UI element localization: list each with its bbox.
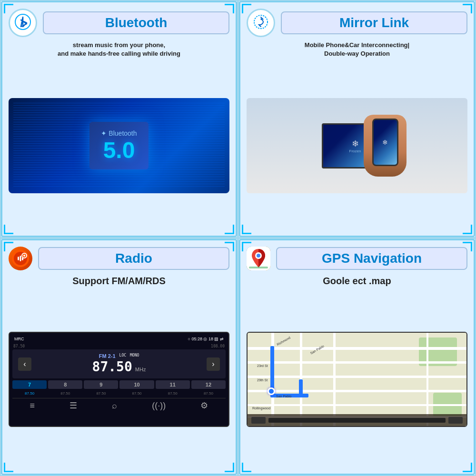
radio-statusbar: MRC ○ 05:28 ◎ 18 ▨ ⇌ [12, 336, 226, 342]
phone-screen: ❄ [372, 119, 398, 166]
map-label-3: 23rd St [257, 364, 268, 367]
gps-title-box: GPS Navigation [276, 247, 467, 270]
radio-title-box: Radio [38, 247, 229, 270]
mirror-section: Mirror Link Mobile Phone&Car Interconnec… [238, 0, 476, 238]
map-road-h5 [248, 404, 466, 406]
hand: ❄ [364, 115, 407, 177]
dash-element [251, 417, 266, 424]
map-road-h2 [248, 361, 466, 364]
radio-image: MRC ○ 05:28 ◎ 18 ▨ ⇌ 87.50 108.00 ‹ FM 2… [9, 291, 229, 467]
svg-rect-12 [249, 267, 268, 268]
map-road-h1 [248, 347, 466, 350]
preset-freq-1: 87.50 [12, 391, 47, 396]
radio-status-time: ○ 05:28 ◎ 18 ▨ ⇌ [188, 337, 224, 341]
bluetooth-icon [14, 13, 31, 32]
radio-freq-unit: MHz [135, 367, 146, 372]
radio-preset-freqs: 87.50 87.50 87.50 87.50 87.50 87.50 [12, 391, 226, 396]
map-label-4: 29th St [257, 378, 268, 382]
radio-display: MRC ○ 05:28 ◎ 18 ▨ ⇌ 87.50 108.00 ‹ FM 2… [9, 332, 229, 427]
mirror-image: ❄ Frozen ❄ [247, 62, 467, 229]
bt-chip-version: 5.0 [101, 139, 137, 162]
radio-freq-main: 87.50 [92, 359, 132, 375]
map-label-5: San Pablo [276, 395, 291, 398]
radio-next-button[interactable]: › [207, 357, 220, 371]
radio-fm-label: FM 2-1 [99, 353, 116, 359]
radio-freq-row: 87.50 MHz [92, 359, 146, 375]
mirror-subtitle: Mobile Phone&Car Interconnecting| Double… [305, 41, 409, 58]
map-label-6: Rollingwood [252, 407, 270, 410]
radio-settings-btn[interactable]: ⚙ [200, 400, 208, 411]
gps-subtitle: Goole ect .map [323, 274, 391, 288]
preset-6[interactable]: 12 [191, 380, 226, 389]
radio-status-left: MRC [14, 337, 24, 341]
svg-point-8 [23, 255, 25, 257]
mirror-title-box: Mirror Link [281, 11, 467, 34]
preset-freq-4: 87.50 [119, 391, 154, 396]
preset-freq-2: 87.50 [48, 391, 82, 396]
preset-2[interactable]: 8 [48, 380, 82, 389]
map-location-dot [268, 387, 275, 395]
bluetooth-section: Bluetooth stream music from your phone, … [0, 0, 238, 238]
gps-image: Richmond San Pablo 23rd St 29th St San P… [247, 291, 467, 467]
map-route-v2 [299, 379, 303, 397]
bluetooth-image: ✦ Bluetooth 5.0 [9, 62, 229, 229]
radio-presets: 7 8 9 10 11 12 [12, 380, 226, 389]
mirror-title: Mirror Link [339, 15, 409, 30]
radio-prev-button[interactable]: ‹ [18, 357, 31, 371]
preset-3[interactable]: 9 [84, 380, 118, 389]
radio-freq-info: FM 2-1 LOC MONO 87.50 MHz [92, 353, 146, 375]
map-route-v [270, 346, 274, 394]
radio-bottom-bar: ≡ ☰ ⌕ ((·)) ⚙ [12, 398, 226, 413]
range-bar: 87.50 108.00 [12, 344, 226, 348]
bluetooth-header: Bluetooth [9, 9, 229, 37]
radio-band-btn[interactable]: ≡ [30, 401, 35, 411]
map-road-h3 [248, 376, 466, 378]
gps-display: Richmond San Pablo 23rd St 29th St San P… [247, 332, 467, 427]
mirror-icon [252, 13, 269, 32]
bluetooth-chip: ✦ Bluetooth 5.0 [9, 98, 229, 193]
gps-header: GPS Navigation [247, 247, 467, 270]
radio-mono: MONO [130, 353, 139, 359]
map-road-v4 [426, 333, 428, 426]
dash-element-2 [448, 417, 463, 424]
radio-signal-btn[interactable]: ((·)) [152, 401, 166, 411]
preset-5[interactable]: 11 [156, 380, 190, 389]
svg-rect-5 [20, 256, 21, 261]
phone-screen-content: ❄ [374, 120, 397, 165]
map-road-v3 [333, 333, 336, 426]
bluetooth-title: Bluetooth [105, 15, 168, 30]
mirror-visual: ❄ Frozen ❄ [247, 98, 467, 193]
radio-loc: LOC [119, 353, 126, 359]
radio-title: Radio [115, 251, 152, 266]
radio-header: Radio [9, 247, 229, 270]
preset-freq-3: 87.50 [84, 391, 118, 396]
preset-freq-5: 87.50 [156, 391, 190, 396]
preset-freq-6: 87.50 [191, 391, 226, 396]
bluetooth-chip-inner: ✦ Bluetooth 5.0 [89, 122, 148, 169]
mirror-header: Mirror Link [247, 9, 467, 37]
radio-list-btn[interactable]: ☰ [69, 400, 77, 411]
car-dashboard-bar [248, 414, 466, 426]
radio-labels: FM 2-1 LOC MONO [99, 353, 139, 359]
radio-freq-display: ‹ FM 2-1 LOC MONO 87.50 MHz › [12, 349, 226, 378]
dash-vent [268, 418, 446, 423]
bluetooth-subtitle: stream music from your phone, and make h… [58, 41, 180, 58]
svg-rect-4 [18, 257, 19, 260]
radio-section: Radio Support FM/AM/RDS MRC ○ 05:28 ◎ 18… [0, 238, 238, 476]
gps-title: GPS Navigation [322, 251, 422, 266]
preset-4[interactable]: 10 [119, 380, 154, 389]
preset-1[interactable]: 7 [12, 380, 47, 389]
radio-subtitle: Support FM/AM/RDS [72, 274, 166, 288]
gps-section: GPS Navigation Goole ect .map [238, 238, 476, 476]
map-content: Richmond San Pablo 23rd St 29th St San P… [248, 333, 466, 426]
radio-search-btn[interactable]: ⌕ [112, 401, 117, 411]
bluetooth-title-box: Bluetooth [43, 11, 229, 34]
bt-chip-label: ✦ Bluetooth [101, 129, 137, 137]
map-road-h4 [248, 390, 466, 392]
svg-point-11 [257, 254, 260, 258]
